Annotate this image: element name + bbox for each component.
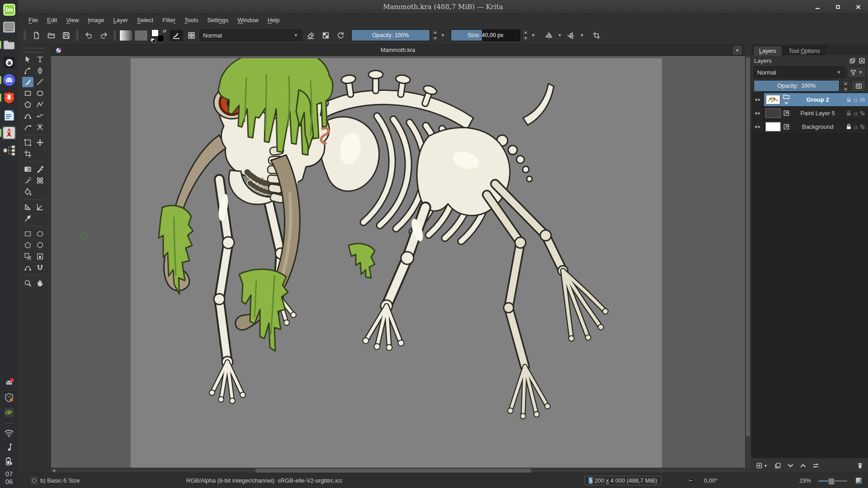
tool-text[interactable] — [34, 54, 46, 65]
lock-layer-icon[interactable] — [845, 110, 852, 117]
inherit-alpha-icon[interactable] — [859, 96, 866, 103]
foreground-color-swatch[interactable] — [151, 29, 159, 37]
image-size-field[interactable]: 5 200 x 4 000 (488,7 MiB) — [585, 473, 661, 488]
mirror-horizontal-options-icon[interactable]: ▼ — [557, 33, 563, 38]
tray-discord-tray[interactable] — [2, 377, 16, 389]
layer-row-background[interactable]: Background α — [751, 120, 868, 134]
tool-select-shapes[interactable] — [22, 54, 33, 65]
layer-view-options-button[interactable] — [851, 80, 866, 92]
opacity-slider[interactable]: Opacity: 100% — [351, 29, 430, 41]
tray-shield-tray[interactable] — [2, 392, 16, 404]
layer-filter-button[interactable]: ▼ — [848, 67, 866, 78]
tool-move[interactable] — [34, 137, 46, 148]
tool-measure[interactable] — [34, 202, 46, 212]
canvas-rotation-dial[interactable] — [688, 473, 696, 488]
inherit-alpha-icon[interactable] — [859, 123, 866, 130]
close-button[interactable] — [855, 4, 862, 10]
rotation-value[interactable]: 0,00° — [704, 473, 718, 488]
gradient-chooser[interactable] — [119, 30, 133, 41]
toolbox-handle[interactable] — [24, 48, 44, 52]
tool-contiguous-select[interactable] — [34, 251, 46, 262]
layer-opacity-spinner[interactable]: ▲▼ — [842, 80, 849, 91]
maximize-button[interactable] — [835, 4, 841, 10]
tab-layers[interactable]: Layers — [753, 46, 782, 56]
layer-properties-button[interactable] — [812, 462, 819, 469]
menu-edit[interactable]: Edit — [43, 15, 61, 25]
taskbar-mint-menu[interactable]: lm — [2, 3, 16, 16]
taskbar-libreoffice[interactable] — [2, 108, 16, 122]
tab-tool-options[interactable]: Tool Options — [783, 46, 826, 56]
alpha-lock-icon[interactable]: α — [854, 97, 858, 103]
redo-button[interactable] — [97, 29, 110, 42]
alpha-lock-icon[interactable]: α — [854, 124, 858, 130]
tool-zoom[interactable] — [22, 278, 33, 288]
menu-settings[interactable]: Settings — [203, 15, 232, 25]
tool-crop[interactable] — [22, 149, 33, 159]
layer-name[interactable]: Background — [790, 123, 845, 130]
tool-dynamic-brush[interactable] — [22, 122, 33, 132]
document-tab-label[interactable]: Mammoth.kra — [52, 47, 744, 53]
add-layer-button[interactable]: ▼ — [756, 462, 769, 469]
float-docker-icon[interactable] — [849, 57, 856, 64]
tool-ellipse-select[interactable] — [34, 229, 46, 239]
new-document-button[interactable] — [29, 29, 43, 42]
tray-battery-icon[interactable] — [2, 456, 16, 467]
delete-layer-button[interactable] — [857, 462, 863, 469]
size-spinner[interactable]: ▲▼ — [522, 29, 529, 41]
tool-polygon-select[interactable] — [22, 240, 33, 250]
menu-layer[interactable]: Layer — [109, 15, 132, 25]
opacity-spinner[interactable]: ▲▼ — [432, 29, 439, 41]
edit-brush-settings-button[interactable] — [170, 30, 183, 41]
tool-freehand-brush[interactable] — [22, 77, 33, 87]
tool-calligraphy[interactable] — [34, 66, 46, 76]
menu-select[interactable]: Select — [133, 15, 157, 25]
tool-similar-select[interactable] — [22, 251, 33, 262]
tool-bezier-select[interactable] — [22, 263, 33, 273]
brush-preset-indicator[interactable]: b) Basic-5 Size — [31, 473, 80, 488]
swap-colors-icon[interactable]: ⇄ — [163, 28, 166, 33]
tool-ellipse[interactable] — [34, 88, 46, 99]
layer-visibility-toggle[interactable] — [751, 120, 764, 133]
canvas-vertical-scrollbar[interactable] — [745, 56, 750, 468]
menu-tools[interactable]: Tools — [180, 15, 202, 25]
layer-name[interactable]: Paint Layer 5 — [790, 110, 845, 117]
tool-assistants[interactable] — [22, 202, 33, 212]
zoom-slider-knob[interactable] — [828, 478, 835, 485]
move-layer-up-button[interactable] — [800, 462, 807, 469]
toolbar-handle[interactable] — [113, 30, 116, 41]
tool-line[interactable] — [34, 77, 46, 87]
tool-colorize-mask[interactable] — [22, 175, 33, 186]
tool-gradient[interactable] — [22, 164, 33, 174]
tool-edit-shapes[interactable] — [22, 66, 33, 76]
menu-image[interactable]: Image — [84, 15, 108, 25]
zoom-value[interactable]: 23% — [799, 473, 811, 488]
undo-button[interactable] — [82, 29, 95, 42]
tool-bezier-curve[interactable] — [22, 111, 33, 121]
minimize-button[interactable] — [814, 4, 821, 10]
v-scrollbar-thumb[interactable] — [746, 57, 750, 436]
taskbar-discord[interactable] — [2, 73, 16, 87]
tool-pan[interactable] — [34, 278, 46, 288]
brush-presets-button[interactable] — [184, 29, 198, 42]
tool-smart-patch[interactable] — [34, 175, 46, 186]
menu-view[interactable]: View — [62, 15, 83, 25]
tool-freehand-select[interactable] — [34, 240, 46, 250]
layer-row-group-2[interactable]: Group 2 α — [751, 93, 868, 107]
mirror-vertical-button[interactable] — [564, 29, 578, 42]
size-options-icon[interactable]: ▼ — [530, 33, 536, 38]
taskbar-brave[interactable] — [2, 91, 16, 104]
layer-visibility-toggle[interactable] — [751, 93, 764, 106]
taskbar-app-a[interactable]: a — [2, 56, 16, 69]
alpha-lock-icon[interactable]: α — [854, 110, 858, 117]
taskbar-node-editor[interactable] — [2, 144, 16, 157]
pattern-chooser[interactable] — [134, 30, 148, 41]
wrap-around-mode-button[interactable] — [590, 29, 604, 42]
tray-nvidia-tray[interactable] — [2, 407, 16, 418]
tool-fill[interactable] — [22, 187, 33, 197]
tool-rectangle[interactable] — [22, 88, 33, 99]
blending-mode-select[interactable]: Normal ▼ — [199, 29, 302, 41]
layer-blending-mode-select[interactable]: Normal ▼ — [754, 66, 845, 78]
lock-layer-icon[interactable] — [845, 96, 852, 103]
inherit-alpha-icon[interactable] — [859, 110, 866, 117]
toolbar-handle[interactable] — [24, 30, 26, 41]
